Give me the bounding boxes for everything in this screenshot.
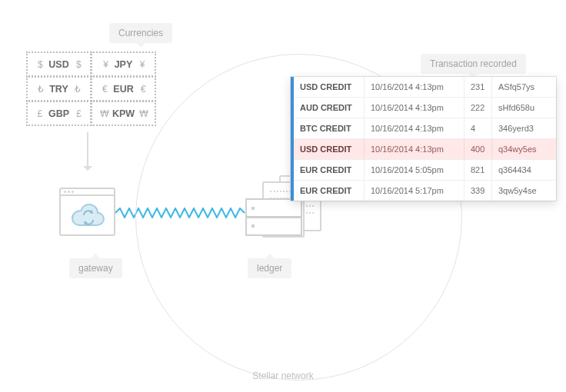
tx-time: 10/16/2014 5:05pm — [365, 160, 464, 180]
ledger-label: ledger — [248, 258, 291, 278]
currency-cell: £GBP£ — [26, 101, 92, 126]
tx-amount: 821 — [464, 160, 492, 180]
currency-code: JPY — [115, 59, 133, 70]
table-row: EUR CREDIT10/16/2014 5:17pm3393qw5y4se — [294, 180, 556, 201]
tx-type: USD CREDIT — [294, 139, 365, 159]
currency-symbol-icon: $ — [74, 59, 82, 70]
gateway-label: gateway — [69, 258, 122, 278]
tx-id: sHfd658u — [492, 98, 556, 118]
tx-id: 3qw5y4se — [492, 181, 556, 201]
currency-cell: ₩KPW₩ — [91, 101, 156, 126]
tx-id: ASfq57ys — [492, 77, 556, 97]
table-row: USD CREDIT10/16/2014 4:13pm231ASfq57ys — [294, 77, 556, 97]
tx-type: AUD CREDIT — [294, 98, 365, 118]
tx-time: 10/16/2014 5:17pm — [365, 181, 464, 201]
transaction-recorded-label: Transaction recorded — [421, 54, 526, 74]
gateway-window — [59, 188, 115, 236]
table-row: AUD CREDIT10/16/2014 4:13pm222sHfd658u — [294, 97, 556, 118]
currency-code: EUR — [113, 84, 133, 95]
currency-cell: ₺TRY₺ — [26, 76, 92, 101]
tx-id: q364434 — [492, 160, 556, 180]
currency-cell: ¥JPY¥ — [91, 51, 156, 77]
currency-code: TRY — [49, 84, 68, 95]
tx-amount: 400 — [464, 139, 492, 159]
transaction-table: USD CREDIT10/16/2014 4:13pm231ASfq57ysAU… — [291, 77, 556, 201]
currency-code: GBP — [48, 108, 69, 119]
tx-time: 10/16/2014 4:13pm — [365, 98, 464, 118]
currency-symbol-icon: ₩ — [100, 108, 108, 119]
tx-amount: 339 — [464, 181, 492, 201]
arrow-down-icon — [87, 132, 88, 169]
window-titlebar — [61, 189, 114, 196]
currency-code: KPW — [112, 108, 135, 119]
currency-symbol-icon: ¥ — [102, 59, 110, 70]
currency-symbol-icon: ¥ — [137, 59, 145, 70]
stellar-network-label: Stellar network — [252, 370, 313, 381]
currency-symbol-icon: ₺ — [73, 84, 81, 95]
table-row: BTC CREDIT10/16/2014 4:13pm4346yerd3 — [294, 118, 556, 138]
currency-cell: $USD$ — [26, 51, 92, 77]
server-icon — [245, 200, 302, 236]
currencies-label: Currencies — [109, 23, 172, 43]
currency-symbol-icon: £ — [74, 108, 82, 119]
tx-time: 10/16/2014 4:13pm — [365, 118, 464, 138]
tx-time: 10/16/2014 4:13pm — [365, 139, 464, 159]
tx-type: USD CREDIT — [294, 77, 365, 97]
currency-cell: €EUR€ — [91, 76, 156, 101]
tx-type: EUR CREDIT — [294, 160, 365, 180]
table-row: USD CREDIT10/16/2014 4:13pm400q34wy5es — [294, 138, 556, 159]
currency-symbol-icon: $ — [36, 59, 44, 70]
table-row: EUR CREDIT10/16/2014 5:05pm821q364434 — [294, 159, 556, 180]
currency-symbol-icon: € — [101, 84, 108, 95]
currency-symbol-icon: € — [138, 84, 146, 95]
tx-amount: 222 — [464, 98, 492, 118]
currency-symbol-icon: £ — [36, 108, 44, 119]
currencies-grid: $USD$¥JPY¥₺TRY₺€EUR€£GBP£₩KPW₩ — [27, 52, 156, 126]
tx-type: BTC CREDIT — [294, 118, 365, 138]
tx-type: EUR CREDIT — [294, 181, 365, 201]
tx-amount: 4 — [464, 118, 492, 138]
tx-time: 10/16/2014 4:13pm — [365, 77, 464, 97]
currency-symbol-icon: ₺ — [37, 84, 45, 95]
tx-amount: 231 — [464, 77, 492, 97]
currency-symbol-icon: ₩ — [139, 108, 147, 119]
tx-id: 346yerd3 — [492, 118, 556, 138]
cloud-sync-icon — [68, 202, 107, 228]
currency-code: USD — [48, 59, 68, 70]
tx-id: q34wy5es — [492, 139, 556, 159]
